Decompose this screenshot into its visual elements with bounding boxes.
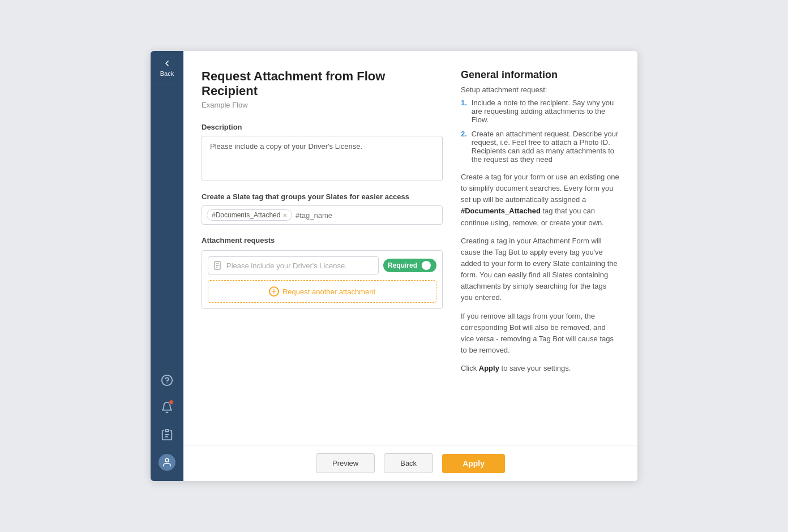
- tag-chip-remove[interactable]: ×: [282, 212, 287, 219]
- info-para-3: If you remove all tags from your form, t…: [461, 311, 619, 357]
- tag-label: Create a Slate tag that groups your Slat…: [202, 192, 443, 201]
- step-2-text: Create an attachment request. Describe y…: [472, 130, 619, 164]
- page-subtitle: Example Flow: [202, 101, 443, 109]
- required-label: Required: [388, 261, 417, 269]
- add-attachment-label: Request another attachment: [282, 288, 375, 296]
- step-2-num: 2.: [461, 130, 467, 164]
- attachment-label: Attachment requests: [202, 236, 443, 244]
- tag-chip: #Documents_Attached ×: [207, 209, 292, 221]
- info-para-4: Click Apply to save your settings.: [461, 363, 619, 374]
- back-label: Back: [160, 70, 174, 77]
- content-body: Request Attachment from Flow Recipient E…: [183, 51, 637, 445]
- clipboard-icon[interactable]: [159, 427, 175, 443]
- attachment-section: Attachment requests: [202, 236, 443, 309]
- tag-input[interactable]: [296, 211, 438, 220]
- info-title: General information: [461, 69, 619, 81]
- description-textarea[interactable]: Please include a copy of your Driver's L…: [202, 136, 443, 181]
- notification-icon[interactable]: [159, 400, 175, 415]
- sidebar-bottom-icons: [159, 372, 175, 481]
- attachment-row: Please include your Driver's License. Re…: [208, 256, 436, 274]
- left-panel: Request Attachment from Flow Recipient E…: [202, 69, 443, 434]
- svg-point-5: [165, 458, 169, 462]
- tag-chip-text: #Documents_Attached: [212, 211, 280, 219]
- description-label: Description: [202, 123, 443, 131]
- doc-icon: [214, 261, 222, 270]
- footer: Preview Back Apply: [183, 445, 637, 481]
- info-setup-label: Setup attachment request:: [461, 85, 619, 94]
- main-container: Request Attachment from Flow Recipient E…: [183, 51, 637, 481]
- notification-badge: [169, 400, 174, 405]
- sidebar: Back: [151, 51, 183, 481]
- attachment-placeholder: Please include your Driver's License.: [226, 261, 347, 270]
- preview-button[interactable]: Preview: [316, 453, 375, 473]
- page-title: Request Attachment from Flow Recipient: [202, 69, 443, 98]
- apply-button[interactable]: Apply: [442, 454, 505, 473]
- info-para-1: Create a tag for your form or use an exi…: [461, 171, 619, 229]
- footer-back-button[interactable]: Back: [384, 453, 433, 473]
- attachment-input-display[interactable]: Please include your Driver's License.: [208, 256, 379, 274]
- back-button[interactable]: Back: [151, 51, 183, 84]
- toggle-circle: [422, 261, 431, 270]
- step-1-num: 1.: [461, 98, 467, 124]
- right-panel: General information Setup attachment req…: [461, 69, 619, 434]
- avatar-icon[interactable]: [159, 454, 175, 471]
- info-step-1: 1. Include a note to the recipient. Say …: [461, 98, 619, 124]
- info-body: Create a tag for your form or use an exi…: [461, 171, 619, 374]
- info-step-2: 2. Create an attachment request. Describ…: [461, 130, 619, 164]
- help-icon[interactable]: [159, 372, 175, 388]
- tag-input-row: #Documents_Attached ×: [202, 205, 443, 225]
- main-window: Back: [151, 51, 637, 481]
- attachment-box: Please include your Driver's License. Re…: [202, 250, 443, 309]
- svg-rect-2: [165, 430, 169, 432]
- required-toggle[interactable]: Required: [383, 259, 436, 272]
- add-icon: +: [269, 286, 279, 297]
- add-attachment-button[interactable]: + Request another attachment: [208, 280, 436, 303]
- info-steps-list: 1. Include a note to the recipient. Say …: [461, 98, 619, 164]
- info-para-2: Creating a tag in your Attachment Form w…: [461, 235, 619, 304]
- step-1-text: Include a note to the recipient. Say why…: [472, 98, 619, 124]
